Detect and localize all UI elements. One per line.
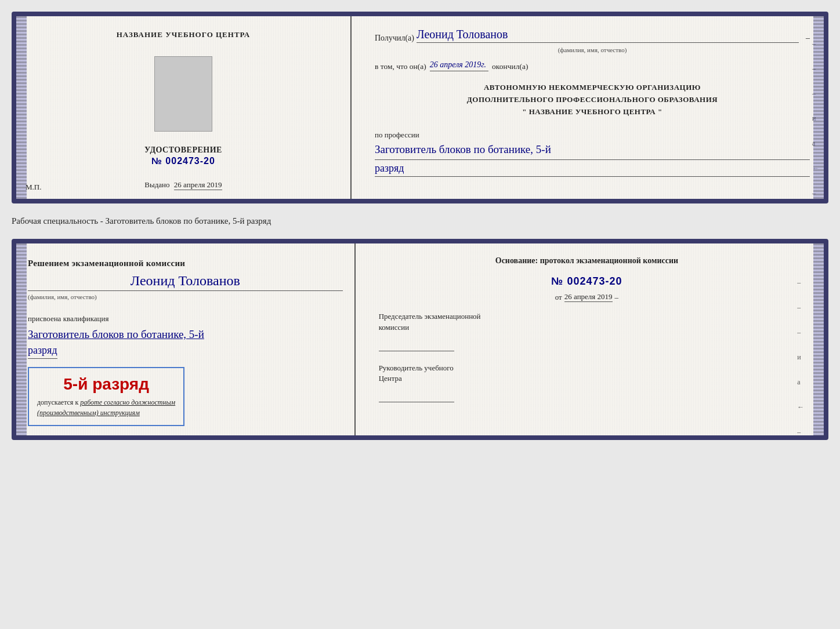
person-sublabel: (фамилия, имя, отчество) (28, 293, 97, 300)
chairman-signature-line (379, 343, 454, 351)
certificate-card-2: Решением экзаменационной комиссии Леонид… (12, 239, 828, 441)
protocol-number: № 002473-20 (379, 275, 795, 288)
org-block: АВТОНОМНУЮ НЕКОММЕРЧЕСКУЮ ОРГАНИЗАЦИЮ ДО… (375, 82, 810, 118)
org-line1: АВТОНОМНУЮ НЕКОММЕРЧЕСКУЮ ОРГАНИЗАЦИЮ (375, 82, 810, 94)
card1-left-panel: НАЗВАНИЕ УЧЕБНОГО ЦЕНТРА УДОСТОВЕРЕНИЕ №… (16, 16, 352, 199)
qualification-handwritten: Заготовитель блоков по ботанике, 5-й (28, 327, 204, 343)
person-name: Леонид Толованов (28, 273, 343, 291)
cert-date-line: в том, что он(а) 26 апреля 2019г. окончи… (375, 60, 810, 71)
recipient-prefix: Получил(а) (375, 34, 414, 43)
commission-title: Решением экзаменационной комиссии (28, 257, 185, 270)
profession-handwritten: Заготовитель блоков по ботанике, 5-й (375, 142, 810, 160)
profession-label: по профессии (375, 130, 810, 140)
qualification-label: присвоена квалификация (28, 314, 108, 323)
signatory-block-chairman: Председатель экзаменационной комиссии (379, 311, 795, 351)
chairman-role: Председатель экзаменационной комиссии (379, 311, 795, 332)
recipient-line: Получил(а) Леонид Толованов – (375, 28, 810, 43)
manager-role: Руководитель учебного Центра (379, 363, 795, 384)
stamp-line1: допускается к (37, 398, 78, 406)
date-handwritten: 26 апреля 2019г. (430, 60, 488, 71)
signatory-block-manager: Руководитель учебного Центра (379, 363, 795, 402)
card2-left-panel: Решением экзаменационной комиссии Леонид… (16, 243, 356, 436)
from-date: 26 апреля 2019 (564, 292, 613, 302)
basis-title: Основание: протокол экзаменационной коми… (379, 255, 795, 267)
dash-after-name: – (806, 34, 810, 43)
manager-role2: Центра (379, 374, 402, 383)
card2-right-panel: Основание: протокол экзаменационной коми… (365, 243, 809, 436)
finished-label: окончил(а) (492, 62, 528, 71)
cert-text: в том, что он(а) (375, 62, 426, 71)
chairman-role2: комиссии (379, 323, 410, 332)
stamp-box: 5-й разряд допускается к работе согласно… (28, 367, 184, 426)
right-border-deco (813, 16, 824, 199)
cert-title: УДОСТОВЕРЕНИЕ (144, 146, 222, 155)
rank2-handwritten: разряд (28, 344, 57, 359)
stamp-italic2: (производственным) инструкциям (37, 409, 140, 417)
from-prefix: от (555, 293, 562, 302)
right-dashes-2: – – – и а ← – – – – (797, 278, 804, 441)
chairman-role1: Председатель экзаменационной (379, 312, 481, 321)
org-line2: ДОПОЛНИТЕЛЬНОГО ПРОФЕССИОНАЛЬНОГО ОБРАЗО… (375, 94, 810, 106)
certificate-card-1: НАЗВАНИЕ УЧЕБНОГО ЦЕНТРА УДОСТОВЕРЕНИЕ №… (12, 12, 828, 203)
card1-right-panel: Получил(а) Леонид Толованов – (фамилия, … (361, 16, 824, 199)
stamp-rank: 5-й разряд (37, 375, 175, 394)
specialty-label: Рабочая специальность - Заготовитель бло… (12, 214, 828, 228)
org-line3: " НАЗВАНИЕ УЧЕБНОГО ЦЕНТРА " (375, 106, 810, 118)
recipient-name: Леонид Толованов (417, 28, 799, 43)
rank-handwritten: разряд (375, 162, 810, 177)
issued-prefix: Выдано (144, 180, 169, 189)
manager-signature-line (379, 394, 454, 402)
cert-number: № 002473-20 (151, 156, 215, 166)
manager-role1: Руководитель учебного (379, 363, 454, 372)
mp-label: М.П. (26, 183, 41, 192)
right-border-deco-2 (813, 243, 824, 436)
issued-date: 26 апреля 2019 (174, 180, 222, 190)
stamp-admission: допускается к работе согласно должностны… (37, 397, 175, 418)
photo-placeholder (154, 56, 212, 132)
page-wrapper: НАЗВАНИЕ УЧЕБНОГО ЦЕНТРА УДОСТОВЕРЕНИЕ №… (12, 12, 828, 440)
recipient-sublabel: (фамилия, имя, отчество) (375, 46, 810, 53)
profession-block: по профессии Заготовитель блоков по бота… (375, 130, 810, 177)
from-date-line: от 26 апреля 2019 – (379, 292, 795, 302)
training-center-label: НАЗВАНИЕ УЧЕБНОГО ЦЕНТРА (117, 30, 251, 40)
issued-line: Выдано 26 апреля 2019 (144, 180, 222, 190)
stamp-italic: работе согласно должностным (80, 398, 175, 406)
